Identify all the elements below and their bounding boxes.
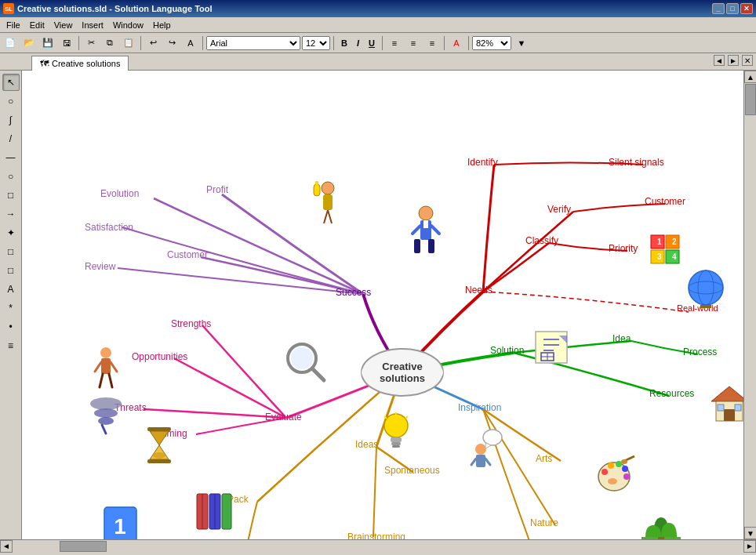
new-button[interactable]: 📄 [2, 35, 19, 51]
h-scroll-thumb[interactable] [60, 541, 107, 552]
menu-view[interactable]: View [49, 19, 78, 31]
cut-button[interactable]: ✂ [82, 35, 100, 51]
menu-help[interactable]: Help [148, 19, 176, 31]
italic-button[interactable]: I [353, 35, 363, 51]
scroll-left-button[interactable]: ◄ [0, 540, 13, 553]
separator-3 [202, 36, 203, 50]
zoom-selector[interactable]: 50% 75% 82% 100% 150% [472, 36, 511, 50]
tool-arrow[interactable]: → [2, 205, 20, 223]
bottom-scrollbar: ◄ ► [0, 539, 756, 552]
maximize-button[interactable]: □ [726, 3, 739, 14]
window-title: Creative solutions.sld - Solution Langua… [17, 4, 712, 13]
tool-text[interactable]: A [2, 281, 20, 298]
tab-controls: ◄ ► ✕ [714, 55, 753, 66]
separator-2 [140, 36, 141, 50]
undo-button[interactable]: ↩ [144, 35, 162, 51]
left-toolbar: ↖ ○ ∫ / — ○ □ → ✦ □ □ A * • ≡ [0, 71, 22, 539]
tool-oval[interactable]: ○ [2, 92, 20, 110]
tool-curve[interactable]: ∫ [2, 111, 20, 129]
align-left-button[interactable]: ≡ [386, 35, 403, 51]
copy-button[interactable]: ⧉ [101, 35, 118, 51]
tool-line[interactable]: / [2, 130, 20, 147]
tab-ctrl-left[interactable]: ◄ [714, 55, 725, 66]
toolbar: 📄 📂 💾 🖫 ✂ ⧉ 📋 ↩ ↪ A Arial Times New Roma… [0, 33, 756, 53]
open-button[interactable]: 📂 [20, 35, 38, 51]
mind-map: Creativesolutions Success Profit Evoluti… [22, 71, 743, 539]
underline-button[interactable]: U [365, 35, 379, 51]
scroll-right-button[interactable]: ► [743, 540, 756, 553]
save-button[interactable]: 💾 [39, 35, 56, 51]
save-as-button[interactable]: 🖫 [58, 35, 75, 51]
menu-edit[interactable]: Edit [25, 19, 49, 31]
right-scrollbar: ▲ ▼ [743, 71, 756, 539]
paste-button[interactable]: 📋 [120, 35, 137, 51]
tool-select[interactable]: ↖ [2, 74, 20, 91]
tool-rect[interactable]: □ [2, 187, 20, 204]
format-button[interactable]: A [182, 35, 199, 51]
tab-ctrl-right[interactable]: ► [728, 55, 739, 66]
window-controls: _ □ ✕ [712, 3, 753, 14]
close-button[interactable]: ✕ [740, 3, 753, 14]
font-selector[interactable]: Arial Times New Roman Verdana [206, 36, 300, 50]
tab-creative-solutions[interactable]: 🗺 Creative solutions [31, 56, 129, 71]
redo-button[interactable]: ↪ [163, 35, 180, 51]
mind-map-svg [22, 71, 743, 539]
tab-ctrl-close[interactable]: ✕ [742, 55, 753, 66]
h-scroll-track[interactable] [13, 540, 743, 553]
tool-box[interactable]: □ [2, 243, 20, 260]
font-size-selector[interactable]: 10 12 14 16 [302, 36, 330, 50]
separator-7 [468, 36, 469, 50]
separator-5 [382, 36, 383, 50]
canvas-area[interactable]: Creativesolutions Success Profit Evoluti… [22, 71, 743, 539]
zoom-dropdown-button[interactable]: ▼ [513, 35, 530, 51]
separator-1 [78, 36, 79, 50]
app-icon: SL [3, 3, 14, 14]
tool-star[interactable]: ✦ [2, 224, 20, 241]
menu-bar: File Edit View Insert Window Help [0, 17, 756, 33]
scroll-down-button[interactable]: ▼ [744, 527, 756, 539]
tool-image[interactable]: □ [2, 262, 20, 279]
svg-point-0 [362, 349, 443, 396]
menu-insert[interactable]: Insert [77, 19, 108, 31]
separator-4 [333, 36, 334, 50]
tool-symbol[interactable]: * [2, 299, 20, 317]
minimize-button[interactable]: _ [712, 3, 725, 14]
align-center-button[interactable]: ≡ [405, 35, 422, 51]
align-right-button[interactable]: ≡ [423, 35, 441, 51]
font-color-button[interactable]: A [448, 35, 465, 51]
tab-label: Creative solutions [52, 59, 120, 68]
scroll-thumb[interactable] [745, 84, 756, 115]
menu-window[interactable]: Window [108, 19, 148, 31]
tool-circle[interactable]: ○ [2, 168, 20, 185]
title-bar: SL Creative solutions.sld - Solution Lan… [0, 0, 756, 17]
status-bar: Press Ctrl and drag to pan the map. [0, 552, 756, 555]
main-layout: ↖ ○ ∫ / — ○ □ → ✦ □ □ A * • ≡ [0, 71, 756, 539]
bold-button[interactable]: B [337, 35, 351, 51]
separator-6 [444, 36, 445, 50]
scroll-up-button[interactable]: ▲ [744, 71, 756, 83]
tool-hline[interactable]: — [2, 149, 20, 166]
menu-file[interactable]: File [2, 19, 25, 31]
scroll-track[interactable] [744, 83, 756, 527]
tab-bar: ◄ ► 🗺 Creative solutions ◄ ► ✕ [0, 53, 756, 71]
tab-icon: 🗺 [40, 59, 49, 68]
tool-dot[interactable]: • [2, 318, 20, 336]
tool-more[interactable]: ≡ [2, 337, 20, 354]
